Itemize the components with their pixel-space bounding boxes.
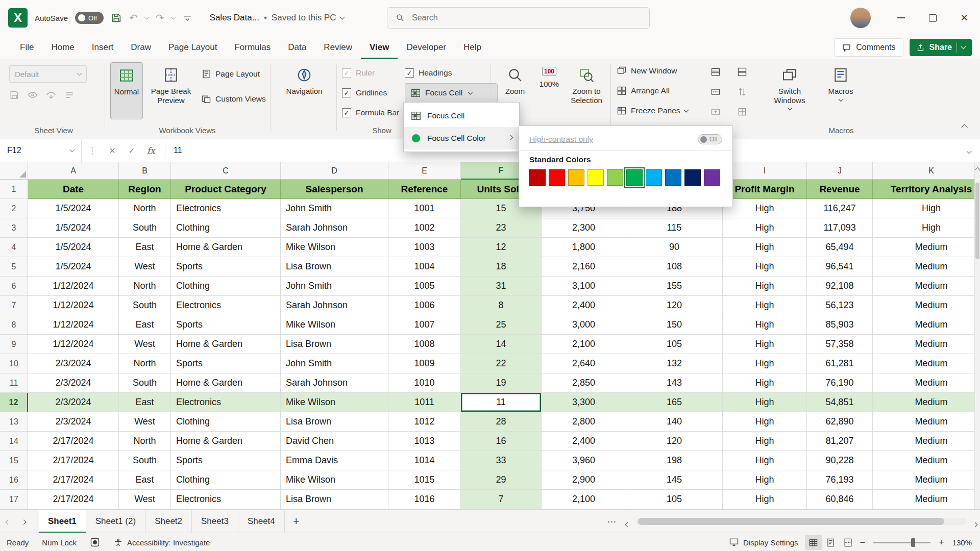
- color-swatch-light-blue[interactable]: [646, 169, 662, 186]
- tab-page-layout[interactable]: Page Layout: [160, 36, 226, 59]
- cell-B6[interactable]: North: [119, 277, 171, 296]
- row-header-7[interactable]: 7: [0, 296, 28, 315]
- scroll-up-button[interactable]: [975, 164, 980, 173]
- cell-I2[interactable]: High: [723, 199, 807, 218]
- cell-D10[interactable]: John Smith: [281, 354, 388, 373]
- cell-C17[interactable]: Electronics: [171, 490, 281, 509]
- cell-D3[interactable]: Sarah Johnson: [281, 218, 388, 238]
- row-header-11[interactable]: 11: [0, 373, 28, 393]
- cell-G15[interactable]: 3,960: [542, 451, 626, 470]
- formula-bar-handle[interactable]: ⋮: [82, 145, 103, 156]
- cell-H6[interactable]: 155: [626, 277, 723, 296]
- cell-A15[interactable]: 2/17/2024: [28, 451, 119, 470]
- sheet-tab-sheet1-2[interactable]: Sheet1 (2): [86, 510, 145, 533]
- page-layout-button[interactable]: Page Layout: [201, 69, 260, 79]
- row-header-10[interactable]: 10: [0, 354, 28, 373]
- cell-A16[interactable]: 2/17/2024: [28, 470, 119, 490]
- cell-D9[interactable]: Lisa Brown: [281, 335, 388, 354]
- cell-F8[interactable]: 25: [461, 315, 542, 335]
- collapse-ribbon-button[interactable]: [962, 122, 967, 132]
- cell-D5[interactable]: Lisa Brown: [281, 257, 388, 277]
- cell-E12[interactable]: 1011: [388, 393, 461, 412]
- cell-E2[interactable]: 1001: [388, 199, 461, 218]
- view-side-by-side-button[interactable]: [737, 67, 747, 77]
- cell-A11[interactable]: 2/3/2024: [28, 373, 119, 393]
- name-box[interactable]: F12: [0, 139, 82, 162]
- cell-A4[interactable]: 1/5/2024: [28, 238, 119, 257]
- tab-data[interactable]: Data: [279, 36, 315, 59]
- cell-G14[interactable]: 2,400: [542, 432, 626, 451]
- cell-D13[interactable]: Lisa Brown: [281, 412, 388, 432]
- cell-K9[interactable]: Medium: [873, 335, 980, 354]
- cell-I8[interactable]: High: [723, 315, 807, 335]
- cell-J12[interactable]: 54,851: [807, 393, 873, 412]
- cell-F9[interactable]: 14: [461, 335, 542, 354]
- sheet-tab-sheet4[interactable]: Sheet4: [238, 510, 285, 533]
- accessibility-status[interactable]: Accessibility: Investigate: [107, 533, 217, 551]
- cell-I11[interactable]: High: [723, 373, 807, 393]
- column-header-B[interactable]: B: [119, 162, 171, 180]
- cell-D2[interactable]: John Smith: [281, 199, 388, 218]
- cell-E6[interactable]: 1005: [388, 277, 461, 296]
- cell-K4[interactable]: Medium: [873, 238, 980, 257]
- cell-H16[interactable]: 145: [626, 470, 723, 490]
- tab-draw[interactable]: Draw: [122, 36, 160, 59]
- excel-logo-icon[interactable]: X: [8, 8, 28, 28]
- expand-formula-bar-button[interactable]: [967, 146, 980, 155]
- cell-I16[interactable]: High: [723, 470, 807, 490]
- cell-K8[interactable]: Medium: [873, 315, 980, 335]
- zoom-slider-thumb[interactable]: [911, 538, 915, 547]
- cell-I4[interactable]: High: [723, 238, 807, 257]
- macro-record-button[interactable]: [83, 533, 107, 551]
- cell-A14[interactable]: 2/17/2024: [28, 432, 119, 451]
- select-all-corner[interactable]: [0, 162, 28, 180]
- cell-F3[interactable]: 23: [461, 218, 542, 238]
- cell-E9[interactable]: 1008: [388, 335, 461, 354]
- cell-A9[interactable]: 1/12/2024: [28, 335, 119, 354]
- cell-A7[interactable]: 1/12/2024: [28, 296, 119, 315]
- color-swatch-purple[interactable]: [704, 169, 720, 186]
- cell-F16[interactable]: 29: [461, 470, 542, 490]
- cell-K15[interactable]: Medium: [873, 451, 980, 470]
- cell-C6[interactable]: Clothing: [171, 277, 281, 296]
- row-header-16[interactable]: 16: [0, 470, 28, 490]
- cell-C5[interactable]: Sports: [171, 257, 281, 277]
- cell-B4[interactable]: East: [119, 238, 171, 257]
- cell-K7[interactable]: Medium: [873, 296, 980, 315]
- maximize-button[interactable]: [917, 0, 948, 36]
- ruler-checkbox[interactable]: ✓ Ruler: [342, 68, 375, 78]
- color-swatch-red[interactable]: [549, 169, 565, 186]
- cell-D15[interactable]: Emma Davis: [281, 451, 388, 470]
- column-header-I[interactable]: I: [723, 162, 807, 180]
- cell-J4[interactable]: 65,494: [807, 238, 873, 257]
- zoom-to-selection-button[interactable]: Zoom to Selection: [565, 62, 608, 119]
- unhide-window-button[interactable]: [710, 107, 721, 117]
- row-header-15[interactable]: 15: [0, 451, 28, 470]
- cell-A13[interactable]: 2/3/2024: [28, 412, 119, 432]
- cell-E3[interactable]: 1002: [388, 218, 461, 238]
- sheet-tab-sheet2[interactable]: Sheet2: [145, 510, 192, 533]
- cell-G7[interactable]: 2,400: [542, 296, 626, 315]
- row-header-17[interactable]: 17: [0, 490, 28, 509]
- comments-button[interactable]: Comments: [834, 38, 903, 57]
- column-header-K[interactable]: K: [873, 162, 980, 180]
- cell-D4[interactable]: Mike Wilson: [281, 238, 388, 257]
- cell-A10[interactable]: 2/3/2024: [28, 354, 119, 373]
- vertical-scroll-thumb[interactable]: [975, 183, 979, 259]
- cell-G6[interactable]: 3,100: [542, 277, 626, 296]
- cell-H17[interactable]: 105: [626, 490, 723, 509]
- search-input[interactable]: [411, 13, 641, 23]
- cell-D12[interactable]: Mike Wilson: [281, 393, 388, 412]
- zoom-out-button[interactable]: −: [857, 537, 869, 548]
- cell-A17[interactable]: 2/17/2024: [28, 490, 119, 509]
- cell-J5[interactable]: 96,541: [807, 257, 873, 277]
- cell-F17[interactable]: 7: [461, 490, 542, 509]
- hide-window-button[interactable]: [710, 87, 721, 97]
- cell-J9[interactable]: 57,358: [807, 335, 873, 354]
- cell-I7[interactable]: High: [723, 296, 807, 315]
- cell-J15[interactable]: 90,228: [807, 451, 873, 470]
- search-box[interactable]: [387, 7, 650, 29]
- cell-C8[interactable]: Sports: [171, 315, 281, 335]
- color-swatch-green[interactable]: [626, 169, 643, 186]
- scroll-left-button[interactable]: [626, 519, 629, 529]
